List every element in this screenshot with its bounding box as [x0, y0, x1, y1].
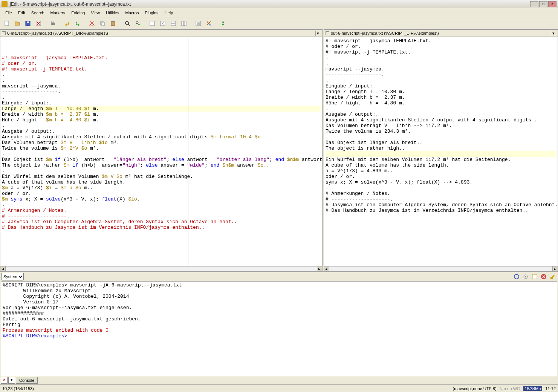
console-tabs: × ▾ Console: [0, 376, 558, 384]
svg-rect-19: [182, 21, 183, 26]
buffer-switcher-right[interactable]: out-6-mavscript--jasymca.txt (%SCRIPT_DI…: [324, 29, 558, 37]
console-output[interactable]: %SCRIPT_DIR%\examples> mavscript -jA 6-m…: [1, 281, 557, 376]
console-tab[interactable]: Console: [16, 377, 38, 384]
flags-status: Nm r o WG: [500, 386, 520, 391]
editor-pane-right: out-6-mavscript--jasymca.txt (%SCRIPT_DI…: [324, 29, 558, 271]
menu-folding[interactable]: Folding: [68, 9, 88, 17]
editor-pane-left: 6-mavscript--jasymca.txt (%SCRIPT_DIR%\e…: [0, 29, 324, 271]
maximize-button[interactable]: □: [539, 1, 547, 7]
svg-point-14: [138, 24, 140, 25]
caret-status: 10,28 (164/1153): [2, 386, 34, 391]
svg-rect-0: [5, 21, 9, 26]
split-vertical-icon[interactable]: [179, 19, 188, 28]
console-clear-icon[interactable]: [549, 273, 556, 280]
console-menu-button[interactable]: ▾: [8, 377, 15, 384]
menu-file[interactable]: File: [2, 9, 15, 17]
memory-status[interactable]: 15/34Mb: [523, 386, 543, 391]
menu-markers[interactable]: Markers: [47, 9, 69, 17]
svg-rect-27: [550, 277, 553, 279]
menu-utilities[interactable]: Utilities: [103, 9, 122, 17]
global-options-icon[interactable]: [204, 19, 213, 28]
scroll-track[interactable]: [329, 266, 552, 271]
clock-status: 11:12: [545, 386, 556, 391]
console-dockable: System %SCRIPT_DIR%\examples> mavscript …: [0, 271, 558, 384]
copy-icon[interactable]: [98, 19, 107, 28]
buffer-name-left: 6-mavscript--jasymca.txt (%SCRIPT_DIR%\e…: [7, 31, 315, 35]
text-area-right[interactable]: #! mavscript --jasymca TEMPLATE.txt.# od…: [324, 37, 558, 266]
scroll-left-arrow[interactable]: ◂: [0, 266, 6, 271]
split-horizontal-icon[interactable]: [169, 19, 178, 28]
svg-rect-15: [150, 21, 154, 26]
console-run-icon[interactable]: [513, 273, 520, 280]
text-area-left[interactable]: #! mavscript --jasymca TEMPLATE.txt.# od…: [0, 37, 322, 266]
hscroll-right[interactable]: ◂ ▸: [324, 266, 558, 271]
print-margin: [188, 37, 188, 266]
close-file-icon[interactable]: [34, 19, 43, 28]
console-shell-select[interactable]: System: [2, 273, 24, 280]
svg-rect-5: [52, 21, 54, 23]
svg-rect-2: [27, 21, 29, 23]
svg-rect-9: [102, 22, 104, 26]
scroll-right-arrow[interactable]: ▸: [317, 266, 322, 271]
new-file-icon[interactable]: [2, 19, 11, 28]
plugin-manager-icon[interactable]: [219, 19, 228, 28]
console-toolbar: System: [0, 272, 558, 281]
svg-rect-18: [171, 24, 176, 26]
hscroll-left[interactable]: ◂ ▸: [0, 266, 323, 271]
minimize-button[interactable]: _: [530, 1, 538, 7]
svg-rect-25: [532, 274, 537, 279]
find-icon[interactable]: [123, 19, 132, 28]
cut-icon[interactable]: [87, 19, 96, 28]
editor-split: 6-mavscript--jasymca.txt (%SCRIPT_DIR%\e…: [0, 29, 558, 271]
svg-point-22: [514, 274, 519, 279]
buffer-dropdown-right[interactable]: ▾: [551, 31, 556, 36]
paste-icon[interactable]: [109, 19, 118, 28]
scroll-right-arrow[interactable]: ▸: [552, 266, 558, 271]
console-to-buffer-icon[interactable]: [531, 273, 538, 280]
buffer-options-icon[interactable]: [194, 19, 203, 28]
close-button[interactable]: ×: [548, 1, 556, 7]
save-file-icon[interactable]: [23, 19, 32, 28]
menu-plugins[interactable]: Plugins: [142, 9, 162, 17]
scroll-left-arrow[interactable]: ◂: [324, 266, 329, 271]
svg-point-12: [125, 21, 128, 24]
console-stop-icon[interactable]: [540, 273, 547, 280]
window-titlebar: jEdit - 6-mavscript--jasymca.txt, out-6-…: [0, 0, 558, 8]
app-icon: [2, 1, 8, 7]
buffer-dirty-icon: [2, 31, 6, 35]
new-view-icon[interactable]: [148, 19, 157, 28]
svg-rect-10: [111, 21, 115, 26]
undo-icon[interactable]: [63, 19, 72, 28]
unsplit-icon[interactable]: [158, 19, 167, 28]
buffer-switcher-left[interactable]: 6-mavscript--jasymca.txt (%SCRIPT_DIR%\e…: [0, 29, 323, 37]
console-settings-icon[interactable]: [522, 273, 529, 280]
menu-help[interactable]: Help: [162, 9, 176, 17]
console-close-button[interactable]: ×: [1, 377, 8, 384]
open-file-icon[interactable]: [13, 19, 22, 28]
redo-icon[interactable]: [73, 19, 82, 28]
menu-view[interactable]: View: [88, 9, 103, 17]
svg-point-13: [136, 21, 138, 24]
window-title: jEdit - 6-mavscript--jasymca.txt, out-6-…: [10, 2, 530, 7]
statusbar: 10,28 (164/1153) (mavscript,none,UTF-8) …: [0, 384, 558, 392]
print-icon[interactable]: [48, 19, 57, 28]
svg-rect-20: [184, 21, 186, 26]
menu-macros[interactable]: Macros: [122, 9, 142, 17]
buffer-dirty-icon: [326, 31, 329, 35]
buffer-dropdown-left[interactable]: ▾: [315, 31, 321, 36]
menu-search[interactable]: Search: [28, 9, 47, 17]
find-replace-icon[interactable]: [133, 19, 142, 28]
toolbar: [0, 17, 558, 29]
svg-rect-4: [51, 23, 55, 25]
menubar: File Edit Search Markers Folding View Ut…: [0, 8, 558, 17]
mode-status: (mavscript,none,UTF-8): [453, 386, 497, 391]
svg-point-24: [525, 276, 526, 277]
svg-rect-11: [112, 21, 114, 22]
svg-rect-17: [171, 21, 176, 23]
scroll-track[interactable]: [6, 266, 317, 271]
buffer-name-right: out-6-mavscript--jasymca.txt (%SCRIPT_DI…: [331, 31, 551, 35]
menu-edit[interactable]: Edit: [15, 9, 28, 17]
